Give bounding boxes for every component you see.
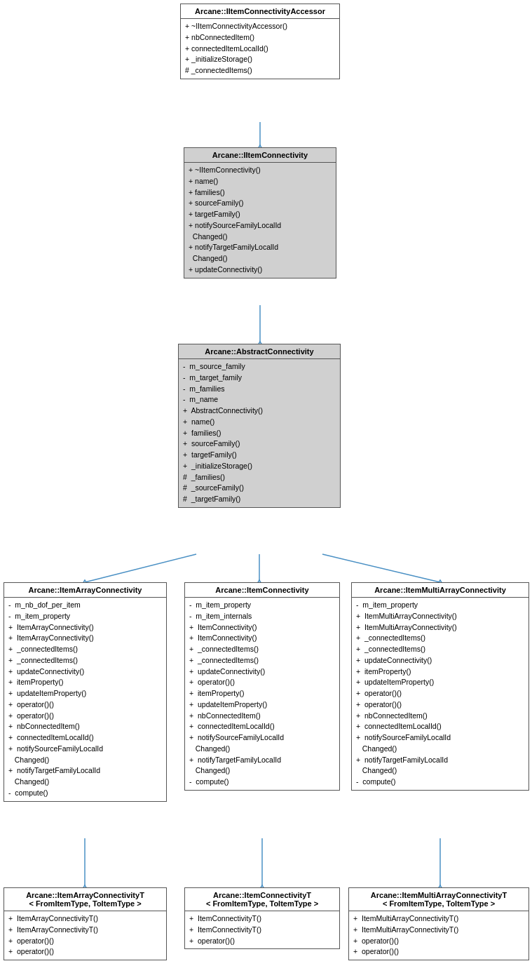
box-body-itemmultiarrayconnectivityt: + ItemMultiArrayConnectivityT() + ItemMu… — [349, 911, 528, 960]
box-title-iitemconnectivity: Arcane::IItemConnectivity — [184, 148, 336, 163]
box-body-abstractconnectivity: - m_source_family - m_target_family - m_… — [179, 359, 340, 507]
box-body-itemarrayconnectivityt: + ItemArrayConnectivityT() + ItemArrayCo… — [4, 911, 166, 960]
box-title-itemconnectivity: Arcane::ItemConnectivity — [185, 583, 339, 598]
box-title-itemarrayconnectivityt: Arcane::ItemArrayConnectivityT< FromItem… — [4, 888, 166, 911]
box-itemmultiarrayconnectivityt: Arcane::ItemMultiArrayConnectivityT< Fro… — [348, 887, 529, 960]
svg-line-4 — [85, 554, 196, 582]
box-abstractconnectivity: Arcane::AbstractConnectivity - m_source_… — [178, 344, 341, 508]
box-title-iitemconnectivityaccessor: Arcane::IItemConnectivityAccessor — [181, 4, 339, 19]
box-body-itemconnectivity: - m_item_property - m_item_internals + I… — [185, 598, 339, 790]
svg-line-8 — [322, 554, 440, 582]
uml-diagram: Arcane::IItemConnectivityAccessor + ~IIt… — [0, 0, 532, 980]
box-body-itemconnectivityt: + ItemConnectivityT() + ItemConnectivity… — [185, 911, 339, 948]
box-itemconnectivityt: Arcane::ItemConnectivityT< FromItemType,… — [184, 887, 340, 949]
box-title-itemmultiarrayconnectivityt: Arcane::ItemMultiArrayConnectivityT< Fro… — [349, 888, 528, 911]
box-itemconnectivity: Arcane::ItemConnectivity - m_item_proper… — [184, 582, 340, 791]
box-title-abstractconnectivity: Arcane::AbstractConnectivity — [179, 344, 340, 359]
box-body-iitemconnectivityaccessor: + ~IItemConnectivityAccessor() + nbConne… — [181, 19, 339, 79]
box-title-itemconnectivityt: Arcane::ItemConnectivityT< FromItemType,… — [185, 888, 339, 911]
box-itemmultiarrayconnectivity: Arcane::ItemMultiArrayConnectivity - m_i… — [351, 582, 529, 791]
box-itemarrayconnectivity: Arcane::ItemArrayConnectivity - m_nb_dof… — [4, 582, 167, 802]
box-iitemconnectivity: Arcane::IItemConnectivity + ~IItemConnec… — [184, 147, 336, 278]
box-body-itemmultiarrayconnectivity: - m_item_property + ItemMultiArrayConnec… — [352, 598, 528, 790]
box-body-itemarrayconnectivity: - m_nb_dof_per_item - m_item_property + … — [4, 598, 166, 801]
box-itemarrayconnectivityt: Arcane::ItemArrayConnectivityT< FromItem… — [4, 887, 167, 960]
box-body-iitemconnectivity: + ~IItemConnectivity() + name() + famili… — [184, 163, 336, 278]
box-title-itemmultiarrayconnectivity: Arcane::ItemMultiArrayConnectivity — [352, 583, 528, 598]
box-title-itemarrayconnectivity: Arcane::ItemArrayConnectivity — [4, 583, 166, 598]
box-iitemconnectivityaccessor: Arcane::IItemConnectivityAccessor + ~IIt… — [180, 4, 340, 79]
